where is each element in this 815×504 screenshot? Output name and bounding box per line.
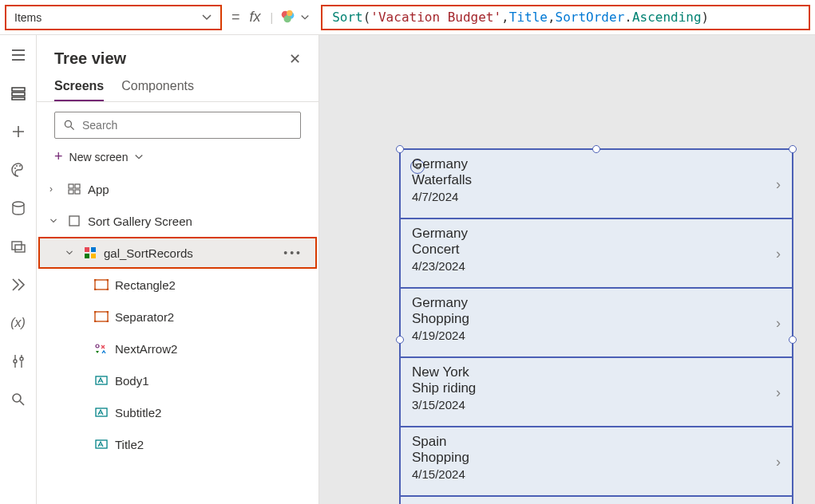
svg-point-2 [284,15,291,22]
svg-rect-20 [75,190,80,194]
label-icon [94,373,109,388]
svg-point-13 [14,360,17,363]
chevron-down-icon [201,12,212,23]
gallery-date: 3/15/2024 [412,398,781,411]
svg-rect-6 [12,97,25,100]
left-rail: (x) [0,35,37,504]
svg-point-16 [65,120,71,127]
app-icon [67,182,81,196]
chevron-down-icon[interactable] [49,217,61,225]
gallery-item[interactable]: New York Ship riding 3/15/2024 › [401,358,792,427]
gallery-subtitle: Waterfalls [412,172,781,188]
svg-rect-23 [91,247,96,252]
svg-point-15 [13,394,21,402]
chevron-down-icon [134,152,144,162]
svg-rect-18 [75,184,80,188]
hamburger-icon[interactable] [10,46,27,64]
copilot-icon [279,8,299,27]
insert-icon[interactable] [10,123,27,140]
formula-fn: Sort [332,10,363,25]
svg-point-34 [94,321,97,323]
more-icon[interactable]: ••• [283,246,307,259]
tree-node-gal-sortrecords[interactable]: gal_SortRecords ••• [38,237,317,269]
svg-point-7 [14,167,16,169]
tree-label: Separator2 [115,310,311,324]
tab-screens[interactable]: Screens [54,79,104,101]
equals-sign: = [231,9,240,26]
label-icon [94,437,109,451]
svg-point-3 [287,10,292,15]
gallery-item[interactable]: Spain Shopping 4/15/2024 › [401,427,792,497]
svg-point-28 [107,279,109,282]
svg-point-10 [13,202,24,207]
label-icon [94,405,109,419]
plus-icon: + [54,148,63,165]
svg-rect-17 [69,184,73,188]
tree-node-body1[interactable]: Body1 [37,364,318,396]
power-automate-icon[interactable] [10,276,27,293]
svg-rect-25 [91,254,96,258]
gallery-date: 4/15/2024 [412,467,781,481]
formula-input[interactable]: Sort ( 'Vacation Budget' , Title , SortO… [321,5,810,30]
tree-view-icon[interactable] [10,85,27,102]
gallery-item[interactable]: Germany Concert 4/23/2024 › [401,219,792,289]
svg-point-14 [20,357,23,360]
chevron-right-icon[interactable]: › [776,314,781,331]
chevron-down-icon [300,13,310,22]
tree-node-subtitle2[interactable]: Subtitle2 [37,396,318,428]
media-icon[interactable] [10,238,27,255]
svg-point-30 [107,289,109,291]
tree-view-panel: Tree view ✕ Screens Components + New scr… [37,35,319,504]
gallery-subtitle: Concert [412,242,781,258]
gallery-item[interactable]: Germany Waterfalls 4/7/2024 › [401,150,792,219]
tree-node-nextarrow2[interactable]: NextArrow2 [37,333,318,364]
gallery-date: 4/23/2024 [412,259,781,273]
tree-tabs: Screens Components [37,73,318,102]
tools-icon[interactable] [10,352,27,370]
chevron-right-icon[interactable]: › [49,183,61,195]
chevron-right-icon[interactable]: › [776,384,781,400]
gallery-item[interactable]: Germany Shopping 4/19/2024 › [401,289,792,358]
gallery-title: Spain [412,434,781,450]
variables-icon[interactable]: (x) [10,314,27,332]
svg-rect-31 [95,312,108,321]
gallery-subtitle: Shopping [412,450,781,466]
tree-node-app[interactable]: › App [37,173,318,205]
svg-rect-11 [12,242,22,250]
gallery-title: Germany [412,295,781,311]
chevron-right-icon[interactable]: › [776,245,781,262]
fx-label: fx [250,9,261,26]
icon-control-icon [94,341,109,356]
tree-node-rectangle2[interactable]: Rectangle2 [37,269,318,301]
data-icon[interactable] [10,199,27,217]
search-box[interactable] [54,112,301,139]
search-icon[interactable] [10,391,27,408]
property-selector[interactable]: Items [5,5,222,30]
svg-point-36 [96,345,99,348]
tree-label: gal_SortRecords [104,246,277,260]
chevron-right-icon[interactable]: › [776,453,781,470]
chevron-right-icon[interactable]: › [776,175,781,192]
svg-point-35 [107,321,109,323]
gallery-title: New York [412,364,781,380]
tree-label: NextArrow2 [115,342,311,356]
gallery-control[interactable]: ↻ Germany Waterfalls 4/7/2024 › Germany … [399,148,793,504]
copilot-dropdown[interactable] [279,8,310,27]
canvas[interactable]: ↻ Germany Waterfalls 4/7/2024 › Germany … [319,35,815,504]
svg-rect-26 [95,280,108,289]
tree-node-title2[interactable]: Title2 [37,428,318,460]
svg-point-32 [94,311,97,313]
gallery-subtitle: Shopping [412,311,781,327]
chevron-down-icon[interactable] [65,249,77,257]
search-input[interactable] [82,119,292,132]
close-icon[interactable]: ✕ [289,50,301,68]
tree-body: › App Sort Gallery Screen gal_SortRecord… [37,173,318,504]
new-screen-button[interactable]: + New screen [37,145,318,173]
svg-rect-5 [12,93,25,96]
gallery-item[interactable]: Spain Shopping [401,497,792,504]
tree-node-sort-screen[interactable]: Sort Gallery Screen [37,205,318,237]
theme-icon[interactable] [10,161,27,179]
tree-node-separator2[interactable]: Separator2 [37,301,318,333]
tab-components[interactable]: Components [121,79,194,101]
svg-point-8 [16,165,18,167]
